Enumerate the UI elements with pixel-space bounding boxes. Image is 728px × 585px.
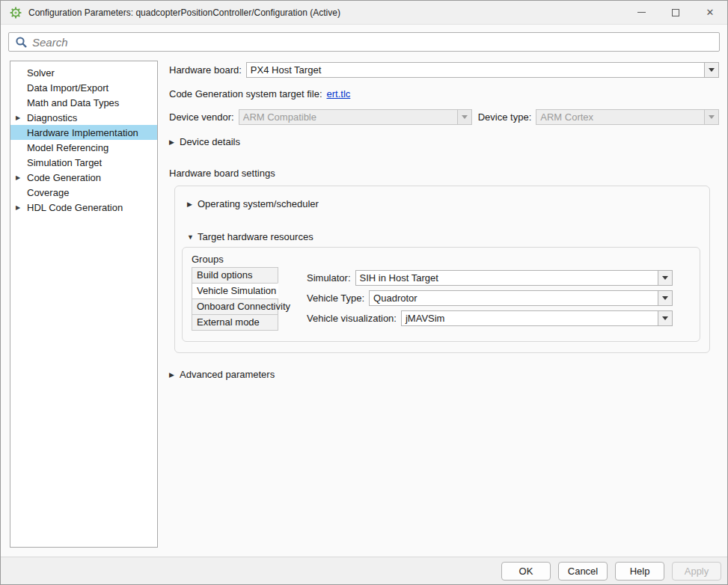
device-type-combo: ARM Cortex (536, 109, 719, 125)
configuration-parameters-dialog: Configuration Parameters: quadcopterPosi… (0, 0, 728, 585)
device-vendor-value: ARM Compatible (239, 110, 457, 124)
vehicle-type-combo[interactable]: Quadrotor (369, 290, 673, 306)
title-bar: Configuration Parameters: quadcopterPosi… (1, 1, 727, 25)
target-hardware-resources-label: Target hardware resources (198, 231, 313, 242)
hardware-board-row: Hardware board: PX4 Host Target (169, 62, 719, 78)
maximize-icon (672, 9, 679, 16)
chevron-down-icon (662, 276, 668, 280)
search-input[interactable] (32, 34, 719, 50)
simulator-label: Simulator: (307, 272, 351, 284)
sidebar-item-diagnostics[interactable]: ▶Diagnostics (10, 110, 157, 125)
device-details-label: Device details (180, 136, 240, 147)
sidebar-item-simulation-target[interactable]: Simulation Target (10, 155, 157, 170)
target-hardware-resources-section-header[interactable]: ▼ Target hardware resources (187, 231, 700, 242)
chevron-down-icon: ▼ (187, 233, 198, 241)
device-row: Device vendor: ARM Compatible Device typ… (169, 109, 719, 125)
search-icon (15, 36, 28, 49)
ok-button[interactable]: OK (501, 562, 551, 581)
maximize-button[interactable] (658, 1, 693, 25)
sidebar-item-coverage[interactable]: Coverage (10, 185, 157, 200)
dialog-body: Solver Data Import/Export Math and Data … (1, 58, 727, 557)
groups-label: Groups (192, 254, 691, 265)
device-vendor-combo: ARM Compatible (239, 109, 472, 125)
apply-button: Apply (672, 562, 721, 581)
simulator-dropdown-button[interactable] (658, 271, 672, 285)
search-row (1, 25, 727, 58)
sidebar-item-math-and-data-types[interactable]: Math and Data Types (10, 95, 157, 110)
minimize-button[interactable] (624, 1, 658, 25)
hardware-board-settings-title: Hardware board settings (169, 168, 719, 179)
hardware-board-dropdown-button[interactable] (704, 63, 718, 77)
group-tab-onboard-connectivity[interactable]: Onboard Connectivity (192, 298, 278, 315)
expand-arrow-icon[interactable]: ▶ (16, 174, 27, 181)
vehicle-visualization-row: Vehicle visualization: jMAVSim (307, 310, 673, 326)
vehicle-type-label: Vehicle Type: (307, 292, 364, 304)
advanced-parameters-label: Advanced parameters (180, 369, 275, 380)
advanced-parameters-section-header[interactable]: ▶ Advanced parameters (169, 369, 719, 380)
device-vendor-label: Device vendor: (169, 111, 234, 123)
chevron-down-icon (462, 115, 468, 119)
code-generation-target-label: Code Generation system target file: (169, 88, 322, 99)
cancel-button[interactable]: Cancel (558, 562, 608, 581)
sidebar-item-hdl-code-generation[interactable]: ▶HDL Code Generation (10, 200, 157, 215)
device-details-section-header[interactable]: ▶ Device details (169, 136, 719, 147)
vehicle-visualization-combo[interactable]: jMAVSim (401, 310, 673, 326)
target-hardware-resources-box: Groups Build options Vehicle Simulation … (182, 247, 700, 342)
hardware-board-settings-box: ▶ Operating system/scheduler ▼ Target ha… (174, 186, 710, 353)
code-generation-target-row: Code Generation system target file: ert.… (169, 88, 719, 99)
simulator-row: Simulator: SIH in Host Target (307, 270, 673, 286)
sidebar-item-model-referencing[interactable]: Model Referencing (10, 140, 157, 155)
group-tab-vehicle-simulation[interactable]: Vehicle Simulation (192, 283, 278, 299)
category-list: Solver Data Import/Export Math and Data … (10, 61, 158, 548)
vehicle-visualization-value: jMAVSim (402, 311, 658, 325)
chevron-right-icon: ▶ (169, 138, 180, 146)
dialog-footer: OK Cancel Help Apply (1, 557, 727, 584)
settings-panel: Hardware board: PX4 Host Target Code Gen… (169, 58, 719, 557)
window-title: Configuration Parameters: quadcopterPosi… (28, 7, 340, 18)
sidebar-item-data-import-export[interactable]: Data Import/Export (10, 80, 157, 95)
hardware-board-label: Hardware board: (169, 64, 242, 76)
close-button[interactable]: ✕ (693, 1, 727, 25)
ert-tlc-link[interactable]: ert.tlc (327, 88, 351, 99)
chevron-right-icon: ▶ (187, 200, 198, 208)
simulator-value: SIH in Host Target (356, 271, 658, 285)
vehicle-visualization-label: Vehicle visualization: (307, 313, 397, 324)
sidebar-item-code-generation[interactable]: ▶Code Generation (10, 170, 157, 185)
simulink-settings-gear-icon (10, 7, 22, 19)
expand-arrow-icon[interactable]: ▶ (16, 114, 27, 121)
simulator-combo[interactable]: SIH in Host Target (355, 270, 673, 286)
search-box[interactable] (8, 32, 720, 52)
os-scheduler-label: Operating system/scheduler (198, 198, 319, 209)
help-button[interactable]: Help (615, 562, 664, 581)
group-tab-build-options[interactable]: Build options (192, 267, 278, 284)
minimize-icon (637, 12, 646, 13)
device-type-label: Device type: (478, 111, 532, 123)
group-tab-external-mode[interactable]: External mode (192, 314, 278, 331)
vehicle-simulation-form: Simulator: SIH in Host Target Vehicle Ty… (278, 267, 691, 331)
groups-area: Build options Vehicle Simulation Onboard… (192, 267, 691, 331)
hardware-board-value: PX4 Host Target (247, 63, 704, 77)
device-vendor-dropdown-button (457, 110, 471, 124)
window-controls: ✕ (624, 1, 727, 25)
device-type-dropdown-button (704, 110, 718, 124)
vehicle-type-dropdown-button[interactable] (658, 291, 672, 305)
hardware-board-combo[interactable]: PX4 Host Target (246, 62, 719, 78)
device-type-value: ARM Cortex (536, 110, 704, 124)
chevron-down-icon (662, 316, 668, 320)
groups-tab-list: Build options Vehicle Simulation Onboard… (192, 267, 278, 331)
close-icon: ✕ (706, 7, 715, 17)
vehicle-type-value: Quadrotor (370, 291, 658, 305)
chevron-down-icon (709, 68, 715, 72)
sidebar-item-solver[interactable]: Solver (10, 65, 157, 80)
vehicle-type-row: Vehicle Type: Quadrotor (307, 290, 673, 306)
os-scheduler-section-header[interactable]: ▶ Operating system/scheduler (187, 198, 700, 209)
vehicle-visualization-dropdown-button[interactable] (658, 311, 672, 325)
chevron-down-icon (662, 296, 668, 300)
expand-arrow-icon[interactable]: ▶ (16, 204, 27, 211)
chevron-down-icon (709, 115, 715, 119)
chevron-right-icon: ▶ (169, 371, 180, 379)
sidebar-item-hardware-implementation[interactable]: Hardware Implementation (10, 125, 157, 140)
